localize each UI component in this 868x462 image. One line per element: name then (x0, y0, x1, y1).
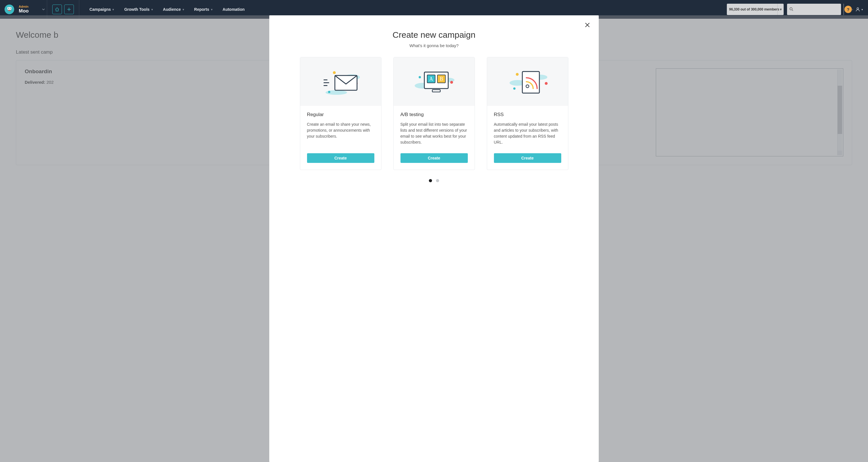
svg-rect-19 (432, 90, 440, 92)
nav-reports[interactable]: Reports▾ (194, 7, 213, 12)
account-role: Admin (19, 5, 29, 8)
nav-audience[interactable]: Audience▾ (163, 7, 184, 12)
svg-point-28 (513, 88, 516, 90)
card-description: Split your email list into two separate … (401, 122, 468, 145)
card-description: Create an email to share your news, prom… (307, 122, 374, 145)
rss-illustration (487, 57, 568, 106)
regular-illustration (300, 57, 381, 106)
svg-rect-11 (323, 82, 329, 83)
create-regular-button[interactable]: Create (307, 153, 374, 163)
card-title: RSS (494, 112, 561, 118)
nav-label: Growth Tools (124, 7, 149, 12)
nav-label: Automation (223, 7, 245, 12)
svg-rect-29 (522, 71, 539, 93)
user-menu[interactable]: ▾ (855, 7, 863, 12)
chevron-down-icon: ▾ (183, 8, 184, 11)
card-title: Regular (307, 112, 374, 118)
card-description: Automatically email your latest posts an… (494, 122, 561, 145)
brand-avatar (4, 4, 14, 14)
campaign-type-cards: Regular Create an email to share your ne… (281, 57, 587, 170)
svg-point-4 (857, 8, 859, 9)
card-ab-testing: A B A/B testing Split your email list in… (393, 57, 475, 170)
svg-point-16 (418, 76, 421, 78)
svg-point-2 (10, 8, 11, 9)
svg-point-26 (516, 73, 519, 76)
search-icon (787, 7, 796, 12)
svg-rect-10 (323, 79, 328, 80)
nav-campaigns[interactable]: Campaigns▾ (90, 7, 114, 12)
chevron-down-icon: ▾ (151, 8, 153, 11)
modal-title: Create new campaign (281, 30, 587, 40)
svg-point-7 (333, 71, 336, 74)
svg-text:B: B (440, 76, 443, 82)
home-icon (55, 7, 59, 12)
member-count-dropdown[interactable]: 96,330 out of 300,000 members ▾ (727, 4, 784, 15)
nav-growth-tools[interactable]: Growth Tools▾ (124, 7, 153, 12)
card-title: A/B testing (401, 112, 468, 118)
nav-label: Reports (194, 7, 209, 12)
nav-label: Audience (163, 7, 181, 12)
home-button[interactable] (52, 4, 62, 14)
search-input[interactable] (796, 4, 844, 15)
chevron-down-icon: ▾ (862, 8, 863, 11)
svg-text:A: A (430, 76, 433, 82)
modal-subtitle: What's it gonna be today? (281, 43, 587, 48)
create-ab-button[interactable]: Create (401, 153, 468, 163)
chevron-down-icon (42, 8, 45, 11)
card-rss: RSS Automatically email your latest post… (487, 57, 568, 170)
ab-illustration: A B (394, 57, 475, 106)
close-icon (585, 22, 590, 28)
card-regular: Regular Create an email to share your ne… (300, 57, 381, 170)
help-button[interactable]: ? (844, 6, 852, 13)
close-button[interactable] (585, 22, 590, 30)
chevron-down-icon: ▾ (777, 4, 784, 15)
svg-point-27 (545, 82, 548, 85)
create-rss-button[interactable]: Create (494, 153, 561, 163)
search-box: All ▾ (787, 4, 841, 15)
plus-icon (67, 7, 71, 11)
create-campaign-modal: Create new campaign What's it gonna be t… (269, 15, 599, 176)
svg-point-3 (790, 7, 792, 10)
chevron-down-icon: ▾ (852, 8, 853, 11)
account-name: Moo (19, 8, 29, 14)
topbar-right: 96,330 out of 300,000 members ▾ All ▾ ? … (722, 4, 868, 15)
user-icon (855, 7, 860, 12)
svg-rect-0 (7, 7, 11, 10)
member-count-text: 96,330 out of 300,000 members (729, 7, 779, 11)
chevron-down-icon: ▾ (211, 8, 213, 11)
nav-automation[interactable]: Automation (223, 7, 245, 12)
modal-overlay: Create new campaign What's it gonna be t… (0, 15, 868, 176)
svg-point-1 (8, 8, 9, 9)
add-button[interactable] (64, 4, 74, 14)
svg-point-17 (450, 81, 453, 84)
svg-point-9 (328, 91, 330, 93)
chevron-down-icon: ▾ (113, 8, 114, 11)
svg-rect-12 (323, 85, 328, 86)
nav-label: Campaigns (90, 7, 111, 12)
